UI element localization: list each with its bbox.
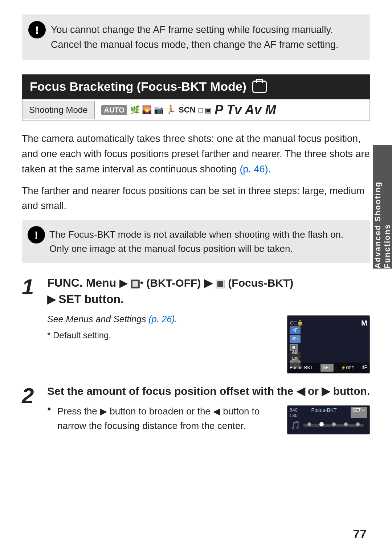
see-menus-label: See Menus and Settings — [47, 314, 148, 324]
cam-icon-3: 🔲 — [290, 344, 298, 351]
camera-screenshot-1: ⊙□🔒 M 4F 4F+ 🔲 640L30 🎵 Focus-BKT — [287, 315, 370, 373]
bkt-icon: 🔲* — [130, 279, 143, 289]
camera-icon — [252, 81, 267, 93]
mode-icons-symbols: 🌿 🌄 📷 🏃 — [130, 105, 176, 115]
paragraph-1: The camera automatically takes three sho… — [22, 131, 370, 177]
mode-extra-icons: □ ▣ — [199, 106, 212, 114]
bkt-off-label: (BKT-OFF) — [146, 277, 204, 289]
warning-top-text: You cannot change the AF frame setting w… — [51, 24, 338, 50]
cam-bottom-bar: Focus-BKT SET ⚡OFF 4F — [287, 363, 369, 373]
step-2-title: Set the amount of focus position offset … — [47, 384, 370, 399]
p-tv-av-m-modes: P Tv Av M — [215, 102, 276, 118]
focus-bkt-icon: 🔳 — [215, 279, 225, 289]
shooting-mode-icons: AUTO 🌿 🌄 📷 🏃 SCN □ ▣ P Tv Av M — [95, 99, 369, 120]
step-1-number: 1 — [22, 275, 44, 373]
cam-top-m: M — [361, 318, 367, 328]
cam-4f-label: 4F — [362, 364, 367, 371]
step-1-title: FUNC. Menu ▶ 🔲* (BKT-OFF) ▶ 🔳 (Focus-BKT… — [47, 275, 370, 307]
step-2-container: 2 Set the amount of focus position offse… — [22, 384, 370, 436]
paragraph1-link: (p. 46). — [240, 164, 271, 175]
paragraph-2: The farther and nearer focus positions c… — [22, 184, 370, 214]
scn-icon: SCN — [179, 105, 195, 115]
arrow-1: ▶ — [119, 278, 127, 289]
sidebar: Advanced Shooting Functions — [373, 145, 392, 269]
step-2-body: 640L30 Focus-BKT SET ↩ 🎵 — [47, 404, 370, 436]
warning-icon-mid: ! — [28, 226, 45, 244]
arrow-3: ▶ — [47, 293, 56, 305]
warning-icon-top: ! — [28, 21, 46, 38]
see-menus-link: (p. 26). — [148, 314, 177, 324]
page-number: 77 — [353, 527, 367, 541]
set-button-label: SET button. — [58, 293, 124, 306]
cam-icon-2: 4F+ — [290, 335, 301, 343]
shooting-mode-bar: Shooting Mode AUTO 🌿 🌄 📷 🏃 SCN □ ▣ P Tv … — [22, 99, 370, 121]
focus-bkt-label: (Focus-BKT) — [228, 277, 293, 289]
auto-icon: AUTO — [101, 105, 127, 115]
step-1-content: FUNC. Menu ▶ 🔲* (BKT-OFF) ▶ 🔳 (Focus-BKT… — [44, 275, 370, 373]
sidebar-text: Advanced Shooting Functions — [373, 145, 392, 269]
step-2-bullet: Press the ▶ button to broaden or the ◀ b… — [47, 404, 370, 433]
step-1-body: ⊙□🔒 M 4F 4F+ 🔲 640L30 🎵 Focus-BKT — [47, 312, 370, 373]
func-menu-label: FUNC. Menu — [47, 276, 119, 289]
cam-off-label: ⚡OFF — [341, 365, 354, 371]
section-heading: Focus Bracketing (Focus-BKT Mode) — [22, 74, 370, 99]
cam-icon-1: 4F — [290, 326, 301, 334]
warning-box-top: ! You cannot change the AF frame setting… — [22, 15, 370, 60]
warning-box-mid: ! The Focus-BKT mode is not available wh… — [22, 220, 370, 263]
step-2-content: Set the amount of focus position offset … — [44, 384, 370, 436]
section-title-text: Focus Bracketing (Focus-BKT Mode) — [30, 79, 246, 94]
cam-top-icons: ⊙□🔒 — [290, 319, 303, 327]
cam-focus-label: Focus-BKT — [290, 364, 313, 371]
arrow-2: ▶ — [204, 277, 212, 289]
cam-icon-4: 640L30 — [290, 352, 301, 360]
warning-mid-text: The Focus-BKT mode is not available when… — [49, 229, 343, 254]
cam-icon-col: 4F 4F+ 🔲 640L30 🎵 — [290, 326, 301, 368]
page-container: ! You cannot change the AF frame setting… — [0, 0, 392, 552]
paragraph1-text: The camera automatically takes three sho… — [22, 133, 370, 175]
step-1-container: 1 FUNC. Menu ▶ 🔲* (BKT-OFF) ▶ 🔳 (Focus-B… — [22, 275, 370, 373]
step-2-number: 2 — [22, 384, 44, 436]
cam-set-btn: SET — [320, 364, 333, 372]
shooting-mode-label: Shooting Mode — [23, 101, 95, 119]
